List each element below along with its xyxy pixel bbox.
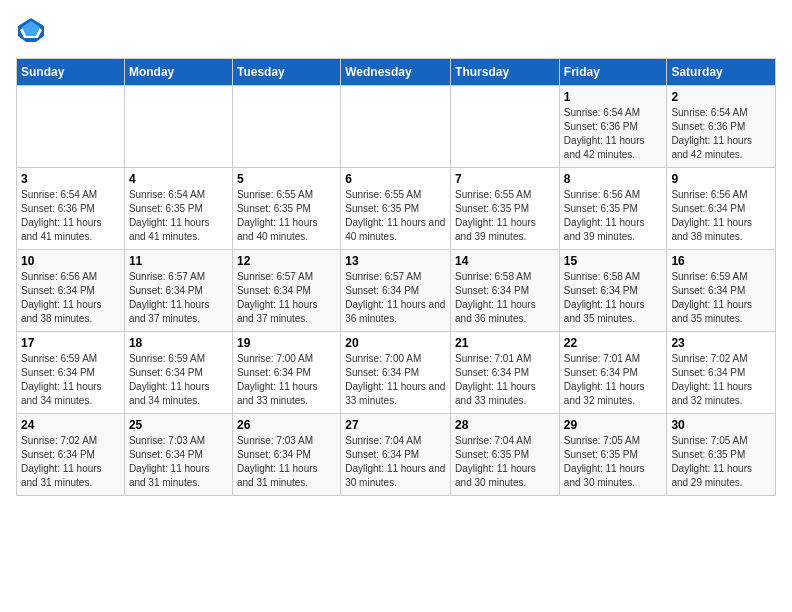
day-number: 1 [564, 90, 663, 104]
calendar-cell: 4Sunrise: 6:54 AM Sunset: 6:35 PM Daylig… [124, 168, 232, 250]
calendar-cell: 25Sunrise: 7:03 AM Sunset: 6:34 PM Dayli… [124, 414, 232, 496]
calendar-week-4: 17Sunrise: 6:59 AM Sunset: 6:34 PM Dayli… [17, 332, 776, 414]
day-number: 12 [237, 254, 336, 268]
day-info: Sunrise: 7:04 AM Sunset: 6:35 PM Dayligh… [455, 434, 555, 490]
day-info: Sunrise: 6:59 AM Sunset: 6:34 PM Dayligh… [129, 352, 228, 408]
day-number: 18 [129, 336, 228, 350]
calendar-cell: 30Sunrise: 7:05 AM Sunset: 6:35 PM Dayli… [667, 414, 776, 496]
day-header-sunday: Sunday [17, 59, 125, 86]
day-header-wednesday: Wednesday [341, 59, 451, 86]
day-info: Sunrise: 7:00 AM Sunset: 6:34 PM Dayligh… [237, 352, 336, 408]
day-header-thursday: Thursday [451, 59, 560, 86]
calendar-header-row: SundayMondayTuesdayWednesdayThursdayFrid… [17, 59, 776, 86]
calendar-cell [124, 86, 232, 168]
day-info: Sunrise: 6:54 AM Sunset: 6:35 PM Dayligh… [129, 188, 228, 244]
day-header-friday: Friday [559, 59, 667, 86]
day-number: 10 [21, 254, 120, 268]
calendar-cell: 7Sunrise: 6:55 AM Sunset: 6:35 PM Daylig… [451, 168, 560, 250]
day-number: 16 [671, 254, 771, 268]
calendar-cell: 10Sunrise: 6:56 AM Sunset: 6:34 PM Dayli… [17, 250, 125, 332]
day-info: Sunrise: 6:57 AM Sunset: 6:34 PM Dayligh… [237, 270, 336, 326]
calendar-week-1: 1Sunrise: 6:54 AM Sunset: 6:36 PM Daylig… [17, 86, 776, 168]
day-info: Sunrise: 6:54 AM Sunset: 6:36 PM Dayligh… [564, 106, 663, 162]
day-number: 6 [345, 172, 446, 186]
day-info: Sunrise: 6:57 AM Sunset: 6:34 PM Dayligh… [129, 270, 228, 326]
day-number: 3 [21, 172, 120, 186]
day-number: 14 [455, 254, 555, 268]
logo-icon [16, 16, 46, 46]
day-info: Sunrise: 6:58 AM Sunset: 6:34 PM Dayligh… [564, 270, 663, 326]
day-info: Sunrise: 7:03 AM Sunset: 6:34 PM Dayligh… [129, 434, 228, 490]
calendar-cell: 11Sunrise: 6:57 AM Sunset: 6:34 PM Dayli… [124, 250, 232, 332]
day-number: 5 [237, 172, 336, 186]
calendar-cell: 5Sunrise: 6:55 AM Sunset: 6:35 PM Daylig… [232, 168, 340, 250]
day-number: 21 [455, 336, 555, 350]
calendar-cell: 14Sunrise: 6:58 AM Sunset: 6:34 PM Dayli… [451, 250, 560, 332]
calendar-cell: 23Sunrise: 7:02 AM Sunset: 6:34 PM Dayli… [667, 332, 776, 414]
header [16, 16, 776, 46]
calendar-cell: 12Sunrise: 6:57 AM Sunset: 6:34 PM Dayli… [232, 250, 340, 332]
day-info: Sunrise: 7:03 AM Sunset: 6:34 PM Dayligh… [237, 434, 336, 490]
day-info: Sunrise: 6:59 AM Sunset: 6:34 PM Dayligh… [671, 270, 771, 326]
calendar-cell: 6Sunrise: 6:55 AM Sunset: 6:35 PM Daylig… [341, 168, 451, 250]
logo [16, 16, 52, 46]
day-header-tuesday: Tuesday [232, 59, 340, 86]
day-info: Sunrise: 7:02 AM Sunset: 6:34 PM Dayligh… [21, 434, 120, 490]
calendar-cell: 2Sunrise: 6:54 AM Sunset: 6:36 PM Daylig… [667, 86, 776, 168]
calendar-cell: 28Sunrise: 7:04 AM Sunset: 6:35 PM Dayli… [451, 414, 560, 496]
day-info: Sunrise: 6:55 AM Sunset: 6:35 PM Dayligh… [455, 188, 555, 244]
day-info: Sunrise: 6:56 AM Sunset: 6:34 PM Dayligh… [21, 270, 120, 326]
calendar-cell [341, 86, 451, 168]
calendar-cell: 17Sunrise: 6:59 AM Sunset: 6:34 PM Dayli… [17, 332, 125, 414]
day-number: 29 [564, 418, 663, 432]
calendar-cell [232, 86, 340, 168]
calendar-cell: 15Sunrise: 6:58 AM Sunset: 6:34 PM Dayli… [559, 250, 667, 332]
day-number: 24 [21, 418, 120, 432]
day-info: Sunrise: 6:57 AM Sunset: 6:34 PM Dayligh… [345, 270, 446, 326]
calendar-cell: 26Sunrise: 7:03 AM Sunset: 6:34 PM Dayli… [232, 414, 340, 496]
calendar-cell: 8Sunrise: 6:56 AM Sunset: 6:35 PM Daylig… [559, 168, 667, 250]
calendar-cell [451, 86, 560, 168]
day-number: 19 [237, 336, 336, 350]
calendar-cell: 24Sunrise: 7:02 AM Sunset: 6:34 PM Dayli… [17, 414, 125, 496]
calendar-cell: 19Sunrise: 7:00 AM Sunset: 6:34 PM Dayli… [232, 332, 340, 414]
day-info: Sunrise: 7:05 AM Sunset: 6:35 PM Dayligh… [671, 434, 771, 490]
day-number: 13 [345, 254, 446, 268]
day-number: 4 [129, 172, 228, 186]
day-number: 28 [455, 418, 555, 432]
day-number: 7 [455, 172, 555, 186]
calendar-cell: 27Sunrise: 7:04 AM Sunset: 6:34 PM Dayli… [341, 414, 451, 496]
day-info: Sunrise: 6:59 AM Sunset: 6:34 PM Dayligh… [21, 352, 120, 408]
calendar-cell: 3Sunrise: 6:54 AM Sunset: 6:36 PM Daylig… [17, 168, 125, 250]
day-header-saturday: Saturday [667, 59, 776, 86]
calendar-cell [17, 86, 125, 168]
day-info: Sunrise: 7:02 AM Sunset: 6:34 PM Dayligh… [671, 352, 771, 408]
day-number: 20 [345, 336, 446, 350]
day-number: 8 [564, 172, 663, 186]
day-number: 9 [671, 172, 771, 186]
day-number: 2 [671, 90, 771, 104]
day-info: Sunrise: 6:58 AM Sunset: 6:34 PM Dayligh… [455, 270, 555, 326]
day-number: 26 [237, 418, 336, 432]
day-header-monday: Monday [124, 59, 232, 86]
day-info: Sunrise: 6:56 AM Sunset: 6:35 PM Dayligh… [564, 188, 663, 244]
day-info: Sunrise: 7:01 AM Sunset: 6:34 PM Dayligh… [455, 352, 555, 408]
calendar-cell: 29Sunrise: 7:05 AM Sunset: 6:35 PM Dayli… [559, 414, 667, 496]
calendar-cell: 22Sunrise: 7:01 AM Sunset: 6:34 PM Dayli… [559, 332, 667, 414]
day-info: Sunrise: 6:55 AM Sunset: 6:35 PM Dayligh… [345, 188, 446, 244]
calendar-week-5: 24Sunrise: 7:02 AM Sunset: 6:34 PM Dayli… [17, 414, 776, 496]
day-number: 22 [564, 336, 663, 350]
calendar-cell: 16Sunrise: 6:59 AM Sunset: 6:34 PM Dayli… [667, 250, 776, 332]
calendar-week-2: 3Sunrise: 6:54 AM Sunset: 6:36 PM Daylig… [17, 168, 776, 250]
calendar-cell: 13Sunrise: 6:57 AM Sunset: 6:34 PM Dayli… [341, 250, 451, 332]
day-info: Sunrise: 7:01 AM Sunset: 6:34 PM Dayligh… [564, 352, 663, 408]
calendar-cell: 18Sunrise: 6:59 AM Sunset: 6:34 PM Dayli… [124, 332, 232, 414]
day-info: Sunrise: 7:00 AM Sunset: 6:34 PM Dayligh… [345, 352, 446, 408]
calendar-cell: 9Sunrise: 6:56 AM Sunset: 6:34 PM Daylig… [667, 168, 776, 250]
calendar-cell: 21Sunrise: 7:01 AM Sunset: 6:34 PM Dayli… [451, 332, 560, 414]
day-info: Sunrise: 6:56 AM Sunset: 6:34 PM Dayligh… [671, 188, 771, 244]
day-info: Sunrise: 7:05 AM Sunset: 6:35 PM Dayligh… [564, 434, 663, 490]
day-number: 27 [345, 418, 446, 432]
calendar-table: SundayMondayTuesdayWednesdayThursdayFrid… [16, 58, 776, 496]
day-number: 23 [671, 336, 771, 350]
